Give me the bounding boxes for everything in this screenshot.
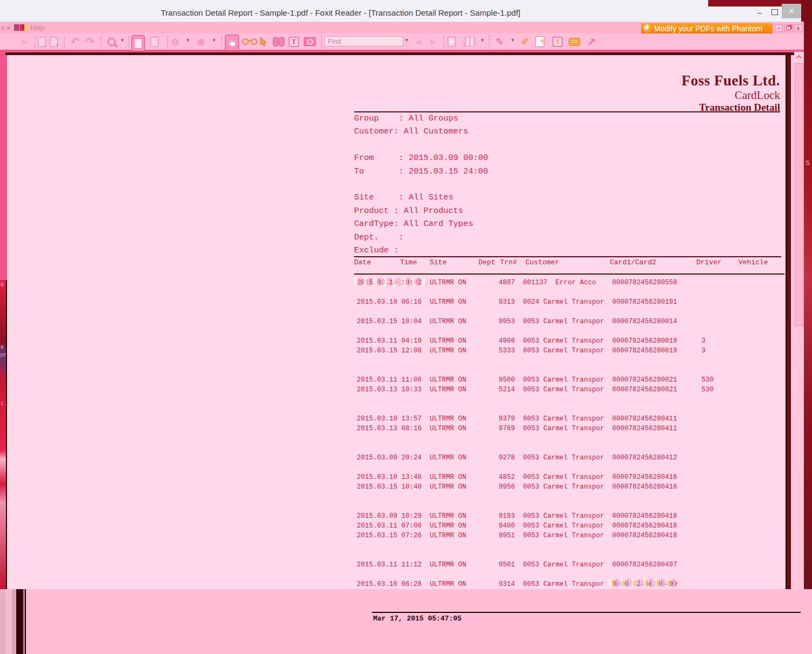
- zoom-out-icon[interactable]: ⊖: [169, 35, 182, 48]
- footer-stripe: [5, 589, 12, 654]
- toolbar-separator: [101, 35, 102, 48]
- menu-glitch-block: [14, 24, 19, 31]
- page-shadow: [787, 55, 791, 589]
- menu-item-help[interactable]: Help: [30, 24, 45, 32]
- column-header-driver: Driver: [696, 258, 722, 266]
- table-header-underline: [354, 273, 784, 275]
- toolbar-separator: [35, 35, 36, 48]
- toolbar-separator: [221, 35, 222, 48]
- find-next-icon[interactable]: ▶: [427, 35, 440, 48]
- zoom-out-caret-icon[interactable]: ▾: [187, 37, 189, 43]
- footer-stripe: [0, 589, 5, 654]
- column-header-customer: Customer: [525, 258, 559, 266]
- scrollbar-up-button[interactable]: [794, 52, 804, 62]
- render-glitch-left-strip: [0, 280, 7, 589]
- sign-pen-caret-icon[interactable]: ▾: [511, 37, 514, 43]
- find-input[interactable]: [324, 36, 403, 46]
- redo-icon[interactable]: ↷: [83, 35, 97, 48]
- fit-page-icon[interactable]: [131, 35, 145, 51]
- reading-mode-icon[interactable]: [242, 35, 257, 48]
- toolbar-separator: [489, 35, 490, 48]
- banner-restore-button[interactable]: [784, 24, 793, 32]
- toolbar-separator: [167, 35, 168, 48]
- banner-text: Modify your PDFs with Phantom: [654, 24, 762, 33]
- chevron-up-icon: [796, 55, 802, 61]
- fit-width-icon[interactable]: [150, 35, 158, 48]
- back-icon[interactable]: ◄: [2, 35, 16, 48]
- hand-tool-icon[interactable]: [225, 35, 239, 51]
- glitch-fragment: or: [0, 352, 6, 358]
- screen: Transaction Detail Report - Sample-1.pdf…: [0, 0, 812, 654]
- banner-close-button[interactable]: x: [794, 24, 802, 32]
- toolbar-separator: [128, 35, 129, 48]
- zoom-in-caret-icon[interactable]: ▾: [213, 37, 216, 43]
- forward-icon[interactable]: ►: [18, 35, 32, 48]
- phantom-logo-icon: [643, 24, 651, 32]
- column-header-trn: Trn#: [500, 258, 517, 266]
- menu-glitch-block: [25, 24, 27, 31]
- document-left-border: [0, 53, 7, 280]
- report-generated-timestamp: Mar 17, 2015 05:47:05: [373, 615, 462, 623]
- window-close-button[interactable]: ×: [782, 4, 801, 18]
- table-header-topline: [354, 256, 781, 257]
- zoom-in-icon[interactable]: ⊕: [195, 35, 208, 48]
- select-text-icon[interactable]: T: [289, 35, 299, 48]
- search-binoculars-icon[interactable]: [273, 35, 284, 48]
- comment-bubble-icon[interactable]: [569, 35, 580, 48]
- footer-stripe-line: [25, 589, 26, 654]
- glitch-fragment: R: [1, 345, 4, 351]
- menu-glitch-fragment: s ≡: [1, 24, 11, 32]
- glitch-fragment: B: [1, 282, 4, 288]
- column-header-time: Time: [400, 258, 417, 266]
- sign-pen-icon[interactable]: ✎: [493, 35, 506, 48]
- report-filter-lines: Group : All Groups Customer: All Custome…: [354, 112, 488, 257]
- pencil-annotate-icon[interactable]: ✐: [518, 35, 532, 48]
- row-glitch-overlay: [609, 579, 675, 587]
- footer-rule: [372, 612, 801, 613]
- window-maximize-button[interactable]: [768, 6, 782, 17]
- desktop-glitch-corner: [801, 0, 812, 22]
- maximize-icon: [771, 9, 778, 15]
- find-caret-icon[interactable]: ▾: [405, 37, 408, 43]
- transaction-rows: 2015.03.10 19:02 ULTRMR ON 4887 001137 E…: [357, 278, 714, 589]
- column-header-dept: Dept: [478, 258, 495, 266]
- window-title: Transaction Detail Report - Sample-1.pdf…: [0, 8, 681, 17]
- undo-icon[interactable]: ↶: [68, 35, 82, 48]
- zoom-tool-caret-icon[interactable]: ▾: [121, 37, 124, 43]
- menu-glitch-block: [20, 24, 24, 31]
- glitch-fragment: t.: [1, 401, 7, 407]
- scrollbar-thumb[interactable]: [795, 63, 803, 326]
- paste-page-icon[interactable]: ↑: [50, 35, 58, 48]
- row-glitch-overlay: [354, 278, 428, 286]
- restore-icon: [786, 26, 791, 30]
- banner-minimize-button[interactable]: –: [775, 24, 783, 32]
- note-edit-icon[interactable]: ✎: [535, 35, 544, 48]
- column-header-card1card2: Card1/Card2: [610, 258, 656, 266]
- footer-stripe-dark: [16, 589, 23, 654]
- zoom-tool-icon[interactable]: [105, 35, 118, 48]
- share-arrow-icon[interactable]: ↗: [585, 35, 598, 48]
- copy-page-icon[interactable]: ↓: [38, 35, 46, 48]
- glitch-letter: S: [806, 159, 809, 166]
- toolbar-separator: [64, 35, 65, 48]
- toolbar-separator: [443, 35, 444, 48]
- select-cursor-icon[interactable]: [258, 35, 268, 48]
- pdf-product-name: CardLock: [595, 89, 780, 102]
- rotate-view-icon[interactable]: ◆: [448, 35, 456, 48]
- column-header-vehicle: Vehicle: [738, 258, 768, 266]
- cursor-arrow-icon: [259, 37, 268, 46]
- phantom-ad-banner[interactable]: Modify your PDFs with Phantom: [641, 23, 773, 34]
- pattern-view-icon[interactable]: [464, 35, 475, 48]
- hand-icon: [228, 38, 236, 47]
- snapshot-camera-icon[interactable]: [304, 35, 316, 48]
- typewriter-icon[interactable]: T: [553, 35, 563, 48]
- window-minimize-button[interactable]: –: [753, 6, 767, 17]
- pdf-company-name: Foss Fuels Ltd.: [595, 72, 780, 89]
- column-header-date: Date: [354, 258, 371, 266]
- footer-stripe: [12, 589, 16, 654]
- pattern-caret-icon[interactable]: ▾: [481, 37, 484, 43]
- column-header-site: Site: [430, 258, 447, 266]
- toolbar-separator: [321, 35, 322, 48]
- desktop-glitch-right-strip: [804, 22, 812, 589]
- find-previous-icon[interactable]: ◀: [412, 35, 425, 48]
